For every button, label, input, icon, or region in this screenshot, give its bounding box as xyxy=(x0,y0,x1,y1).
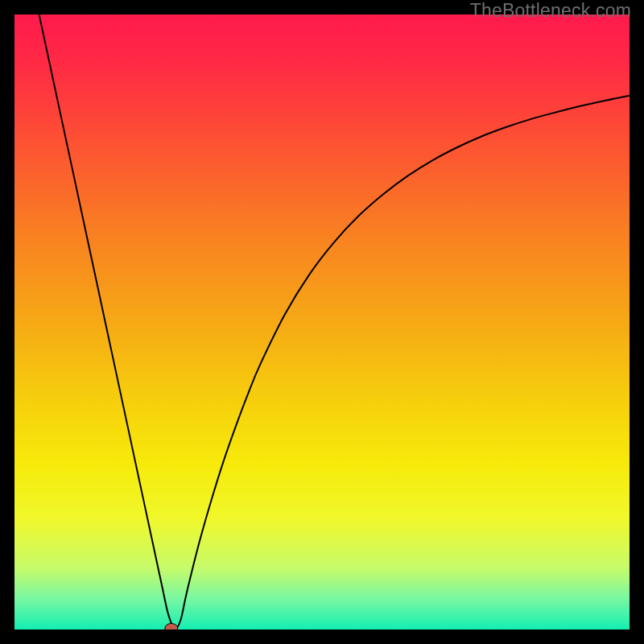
watermark-text: TheBottleneck.com xyxy=(470,0,631,22)
outer-frame xyxy=(14,14,630,630)
bottleneck-chart xyxy=(14,14,630,630)
gradient-background xyxy=(14,14,630,630)
bottleneck-marker xyxy=(165,623,178,630)
